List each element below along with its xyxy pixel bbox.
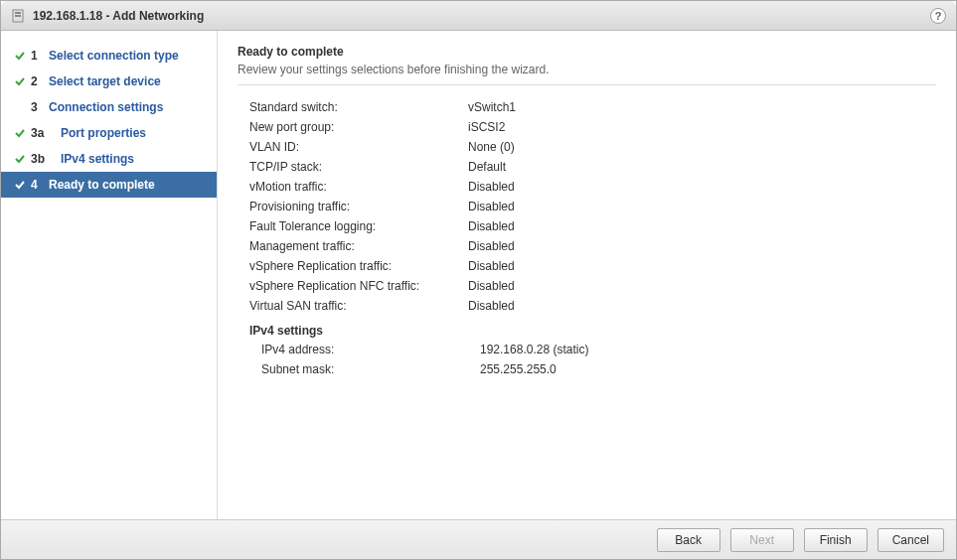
check-icon	[13, 75, 27, 87]
main-panel: Ready to complete Review your settings s…	[218, 31, 956, 519]
summary-key: VLAN ID:	[249, 140, 468, 154]
step-label: IPv4 settings	[61, 152, 134, 166]
summary-row: VLAN ID:None (0)	[238, 137, 936, 157]
wizard-steps-sidebar: 1Select connection type2Select target de…	[1, 31, 218, 519]
step-label: Select connection type	[49, 49, 179, 63]
divider	[238, 84, 936, 85]
titlebar: 192.168.1.18 - Add Networking ?	[1, 1, 956, 31]
step-number: 4	[27, 178, 49, 192]
next-button[interactable]: Next	[730, 528, 794, 552]
step-number: 3	[27, 100, 49, 114]
summary-key: Provisioning traffic:	[249, 200, 468, 213]
check-icon	[13, 127, 27, 139]
summary-value: Disabled	[468, 219, 515, 233]
step-label: Connection settings	[49, 100, 163, 114]
summary-value: Default	[468, 160, 506, 174]
panel-subtitle: Review your settings selections before f…	[238, 63, 936, 76]
summary-value: Disabled	[468, 200, 515, 213]
ipv4-table: IPv4 address:192.168.0.28 (static)Subnet…	[238, 340, 936, 379]
summary-value: Disabled	[468, 259, 515, 273]
step-label: Select target device	[49, 74, 161, 88]
summary-key: New port group:	[249, 120, 468, 134]
step-number: 3a	[27, 126, 61, 140]
summary-row: IPv4 address:192.168.0.28 (static)	[238, 340, 936, 359]
summary-value: iSCSI2	[468, 120, 505, 134]
finish-button[interactable]: Finish	[804, 528, 868, 552]
help-icon[interactable]: ?	[930, 8, 946, 24]
summary-value: Disabled	[468, 299, 515, 313]
step-label: Port properties	[61, 126, 146, 140]
summary-key: Fault Tolerance logging:	[249, 219, 468, 233]
summary-key: Standard switch:	[249, 100, 468, 114]
cancel-button[interactable]: Cancel	[877, 528, 944, 552]
wizard-step-1[interactable]: 1Select connection type	[1, 43, 217, 69]
summary-key: Virtual SAN traffic:	[249, 299, 468, 313]
check-icon	[13, 50, 27, 62]
summary-table: Standard switch:vSwitch1New port group:i…	[238, 97, 936, 316]
summary-value: vSwitch1	[468, 100, 516, 114]
summary-row: vSphere Replication NFC traffic:Disabled	[238, 276, 936, 296]
summary-value: None (0)	[468, 140, 515, 154]
host-icon	[11, 9, 25, 23]
summary-value: 192.168.0.28 (static)	[480, 343, 588, 356]
dialog-body: 1Select connection type2Select target de…	[1, 31, 956, 519]
wizard-step-3[interactable]: 3Connection settings	[1, 94, 217, 120]
summary-key: vMotion traffic:	[249, 180, 468, 194]
summary-key: vSphere Replication NFC traffic:	[249, 279, 468, 293]
summary-row: Virtual SAN traffic:Disabled	[238, 296, 936, 316]
summary-value: Disabled	[468, 279, 515, 293]
summary-row: TCP/IP stack:Default	[238, 157, 936, 177]
summary-value: 255.255.255.0	[480, 362, 557, 376]
check-icon	[13, 179, 27, 191]
step-number: 2	[27, 74, 49, 88]
ipv4-section-header: IPv4 settings	[238, 316, 936, 340]
summary-row: Standard switch:vSwitch1	[238, 97, 936, 117]
panel-title: Ready to complete	[238, 45, 936, 59]
svg-rect-2	[15, 15, 21, 17]
summary-key: IPv4 address:	[261, 343, 480, 356]
wizard-step-2[interactable]: 2Select target device	[1, 69, 217, 94]
check-icon	[13, 153, 27, 165]
dialog-title: 192.168.1.18 - Add Networking	[33, 9, 930, 23]
back-button[interactable]: Back	[657, 528, 720, 552]
dialog-footer: Back Next Finish Cancel	[1, 519, 956, 559]
summary-value: Disabled	[468, 180, 515, 194]
wizard-step-4[interactable]: 4Ready to complete	[1, 172, 217, 198]
summary-row: vSphere Replication traffic:Disabled	[238, 256, 936, 276]
summary-row: vMotion traffic:Disabled	[238, 177, 936, 197]
summary-key: Management traffic:	[249, 239, 468, 253]
summary-row: Management traffic:Disabled	[238, 236, 936, 256]
summary-key: TCP/IP stack:	[249, 160, 468, 174]
step-number: 1	[27, 49, 49, 63]
wizard-step-3b[interactable]: 3bIPv4 settings	[1, 146, 217, 172]
step-label: Ready to complete	[49, 178, 155, 192]
summary-row: Provisioning traffic:Disabled	[238, 197, 936, 216]
step-number: 3b	[27, 152, 61, 166]
summary-row: Fault Tolerance logging:Disabled	[238, 216, 936, 236]
summary-key: vSphere Replication traffic:	[249, 259, 468, 273]
summary-row: Subnet mask:255.255.255.0	[238, 359, 936, 379]
wizard-step-3a[interactable]: 3aPort properties	[1, 120, 217, 146]
summary-row: New port group:iSCSI2	[238, 117, 936, 137]
dialog-add-networking: 192.168.1.18 - Add Networking ? 1Select …	[0, 0, 957, 560]
summary-value: Disabled	[468, 239, 515, 253]
summary-key: Subnet mask:	[261, 362, 480, 376]
svg-rect-1	[15, 12, 21, 14]
